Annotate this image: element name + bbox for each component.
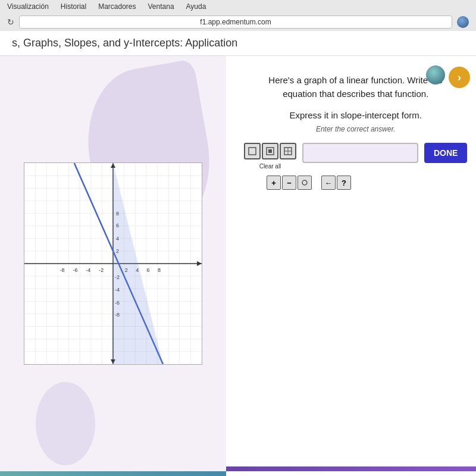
menu-ayuda[interactable]: Ayuda	[186, 2, 206, 11]
svg-text:-4: -4	[86, 267, 90, 273]
keypad-btn-1[interactable]	[244, 143, 261, 159]
nav-sphere	[457, 16, 469, 28]
math-symbols-row: + − ← ?	[267, 176, 467, 190]
math-ops-group: + −	[267, 176, 312, 190]
menu-marcadores[interactable]: Marcadores	[98, 2, 136, 11]
browser-window: Visualización Historial Marcadores Venta…	[0, 0, 476, 476]
address-bar[interactable]: f1.app.edmentum.com	[19, 15, 452, 29]
nav-symbol-group: ← ?	[321, 176, 351, 190]
svg-rect-53	[268, 149, 272, 153]
right-panel: Here's a graph of a linear function. Wri…	[226, 56, 476, 471]
enter-answer-label: Enter the correct answer.	[244, 125, 467, 133]
keypad-btn-2[interactable]	[262, 143, 278, 159]
address-bar-row: ↻ f1.app.edmentum.com	[0, 13, 476, 31]
keypad-group: Clear all	[244, 143, 296, 170]
main-content: 2 4 6 8 -2 -4 -6 -8 2 4 6 8	[0, 56, 476, 471]
graph-panel: 2 4 6 8 -2 -4 -6 -8 2 4 6 8	[0, 56, 226, 471]
menu-bar: Visualización Historial Marcadores Venta…	[0, 0, 476, 13]
graph-svg: 2 4 6 8 -2 -4 -6 -8 2 4 6 8	[24, 163, 202, 364]
answer-input[interactable]	[302, 143, 418, 163]
clear-all-label[interactable]: Clear all	[259, 163, 281, 170]
menu-historial[interactable]: Historial	[61, 2, 86, 11]
svg-text:8: 8	[158, 267, 161, 273]
keypad-btn-3[interactable]	[280, 143, 296, 159]
slope-intercept-label: Express it in slope-intercept form.	[244, 110, 467, 120]
svg-text:-2: -2	[99, 267, 104, 273]
svg-text:6: 6	[147, 267, 150, 273]
menu-ventana[interactable]: Ventana	[148, 2, 174, 11]
graph-container: 2 4 6 8 -2 -4 -6 -8 2 4 6 8	[24, 162, 202, 365]
answer-row: Clear all DONE	[244, 143, 467, 170]
svg-point-57	[302, 180, 307, 185]
done-button[interactable]: DONE	[424, 143, 467, 163]
refresh-icon[interactable]: ↻	[7, 17, 14, 27]
svg-marker-30	[197, 261, 202, 266]
browser-content: s, Graphs, Slopes, and y-Intercepts: App…	[0, 31, 476, 476]
left-arrow-btn[interactable]: ←	[321, 176, 336, 190]
svg-text:-6: -6	[73, 267, 77, 273]
svg-rect-51	[249, 148, 256, 155]
teal-bar	[0, 471, 226, 476]
keypad-buttons	[244, 143, 296, 159]
plus-symbol-btn[interactable]: +	[267, 176, 281, 190]
svg-text:-8: -8	[60, 267, 65, 273]
nav-sphere-large	[426, 65, 445, 84]
page-title: s, Graphs, Slopes, and y-Intercepts: App…	[0, 31, 476, 56]
circle-symbol-btn[interactable]	[298, 176, 312, 190]
next-arrow-button[interactable]: ›	[449, 67, 470, 88]
purple-bar	[226, 466, 476, 471]
minus-symbol-btn[interactable]: −	[282, 176, 296, 190]
menu-visualizacion[interactable]: Visualización	[7, 2, 49, 11]
help-btn[interactable]: ?	[337, 176, 351, 190]
